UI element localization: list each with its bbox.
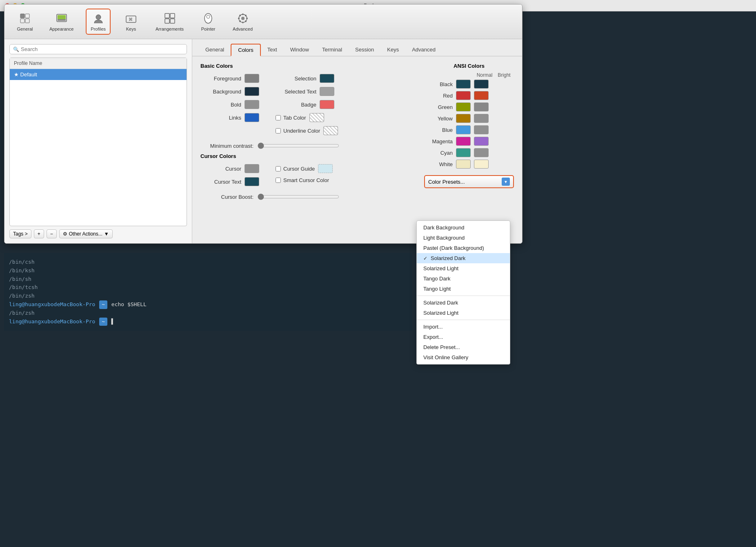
tab-advanced[interactable]: Advanced	[405, 43, 442, 56]
preset-delete[interactable]: Delete Preset...	[417, 342, 510, 352]
svg-rect-11	[170, 13, 175, 18]
tab-session[interactable]: Session	[349, 43, 380, 56]
term-line-0: /bin/csh	[9, 258, 407, 267]
preset-solarized-light-2[interactable]: Solarized Light	[417, 308, 510, 318]
ansi-cyan-bright[interactable]	[474, 148, 489, 157]
tags-button[interactable]: Tags >	[9, 229, 31, 238]
ansi-black-normal[interactable]	[456, 80, 471, 89]
basic-left-col: Foreground Background Bold	[200, 74, 259, 139]
svg-text:⌘: ⌘	[129, 17, 133, 22]
preset-solarized-light[interactable]: Solarized Light	[417, 263, 510, 274]
cursor-swatch[interactable]	[245, 164, 259, 173]
tab-color-checkbox[interactable]	[276, 115, 281, 120]
keys-icon: ⌘	[125, 12, 138, 25]
toolbar-item-pointer[interactable]: Pointer	[196, 9, 220, 34]
cursor-rows-container: Cursor Cursor Text	[200, 164, 412, 190]
ansi-yellow-normal[interactable]	[456, 114, 471, 123]
profile-item-default[interactable]: ★ Default	[10, 69, 187, 80]
toolbar-item-advanced[interactable]: Advanced	[229, 9, 257, 34]
badge-swatch[interactable]	[320, 100, 334, 109]
colors-left: Basic Colors Foreground Background	[200, 63, 412, 200]
selected-text-swatch[interactable]	[320, 87, 334, 96]
tab-text[interactable]: Text	[261, 43, 284, 56]
tab-keys[interactable]: Keys	[380, 43, 405, 56]
ansi-white-normal[interactable]	[456, 160, 471, 169]
selection-swatch[interactable]	[320, 74, 334, 83]
cursor-guide-swatch[interactable]	[318, 164, 333, 173]
cursor-guide-checkbox[interactable]	[276, 166, 281, 171]
underline-color-swatch[interactable]	[323, 126, 338, 135]
add-profile-button[interactable]: +	[34, 229, 44, 238]
ansi-cyan-normal[interactable]	[456, 148, 471, 157]
cursor-text-swatch[interactable]	[245, 177, 259, 186]
term-line-3: /bin/tcsh	[9, 283, 407, 292]
basic-colors-section: Basic Colors Foreground Background	[200, 63, 412, 149]
preset-tango-dark[interactable]: Tango Dark	[417, 274, 510, 284]
profile-list: Profile Name ★ Default	[9, 58, 187, 226]
arrangements-label: Arrangements	[156, 27, 184, 31]
toolbar-item-profiles[interactable]: Profiles	[86, 9, 111, 35]
svg-rect-1	[20, 19, 24, 23]
foreground-swatch[interactable]	[245, 74, 259, 83]
ansi-blue-normal[interactable]	[456, 125, 471, 134]
toolbar-item-keys[interactable]: ⌘ Keys	[119, 9, 143, 34]
preset-light-background[interactable]: Light Background	[417, 233, 510, 243]
preset-export[interactable]: Export...	[417, 332, 510, 342]
general-icon	[18, 12, 31, 25]
ansi-magenta-normal[interactable]	[456, 137, 471, 146]
ansi-blue-bright[interactable]	[474, 125, 489, 134]
links-swatch[interactable]	[245, 113, 259, 122]
selection-label: Selection	[276, 76, 316, 82]
preset-pastel-dark[interactable]: Pastel (Dark Background)	[417, 243, 510, 253]
preset-visit-gallery[interactable]: Visit Online Gallery	[417, 352, 510, 362]
ansi-row-cyan: Cyan	[424, 148, 514, 157]
search-input[interactable]	[21, 46, 183, 52]
preset-import[interactable]: Import...	[417, 322, 510, 332]
tab-color-swatch[interactable]	[309, 113, 324, 122]
bold-swatch[interactable]	[245, 100, 259, 109]
tab-colors[interactable]: Colors	[231, 44, 261, 56]
background-swatch[interactable]	[245, 87, 259, 96]
toolbar-item-general[interactable]: General	[13, 9, 37, 34]
ansi-black-bright[interactable]	[474, 80, 489, 89]
ansi-green-bright[interactable]	[474, 102, 489, 111]
preset-dark-background[interactable]: Dark Background	[417, 222, 510, 233]
tab-general[interactable]: General	[199, 43, 231, 56]
ansi-red-bright[interactable]	[474, 91, 489, 100]
search-box[interactable]: 🔍	[9, 44, 187, 54]
preset-tango-light[interactable]: Tango Light	[417, 284, 510, 294]
tab-terminal[interactable]: Terminal	[316, 43, 349, 56]
ansi-green-normal[interactable]	[456, 102, 471, 111]
term-prompt-0: ling@huangxubodeMacBook-Pro ~ echo $SHEL…	[9, 300, 407, 309]
presets-container: Color Presets... ▼	[424, 175, 514, 188]
dropdown-separator-1	[417, 296, 510, 296]
cursor-left-col: Cursor Cursor Text	[200, 164, 259, 190]
cursor-boost-slider[interactable]	[258, 193, 339, 200]
svg-point-17	[241, 17, 245, 20]
toolbar-item-arrangements[interactable]: Arrangements	[151, 9, 188, 34]
ansi-row-magenta: Magenta	[424, 137, 514, 146]
smart-cursor-checkbox[interactable]	[276, 178, 281, 183]
remove-profile-button[interactable]: −	[47, 229, 57, 238]
minimum-contrast-label: Minimum contrast:	[200, 143, 253, 149]
svg-rect-0	[20, 14, 24, 18]
color-presets-button[interactable]: Color Presets... ▼	[424, 175, 514, 188]
preset-solarized-dark[interactable]: Solarized Dark	[417, 253, 510, 263]
toolbar-item-appearance[interactable]: Appearance	[45, 9, 78, 34]
ansi-magenta-bright[interactable]	[474, 137, 489, 146]
svg-rect-2	[25, 14, 29, 18]
tab-window[interactable]: Window	[284, 43, 316, 56]
ansi-yellow-bright[interactable]	[474, 114, 489, 123]
foreground-label: Foreground	[200, 76, 241, 82]
pointer-icon	[202, 12, 215, 25]
underline-color-checkbox[interactable]	[276, 128, 281, 133]
smart-cursor-label: Smart Cursor Color	[276, 177, 329, 183]
minimum-contrast-slider[interactable]	[258, 142, 339, 149]
preset-solarized-dark-2[interactable]: Solarized Dark	[417, 298, 510, 308]
cursor-colors-section: Cursor Colors Cursor Cursor Text	[200, 153, 412, 200]
other-actions-button[interactable]: ⚙ Other Actions... ▼	[59, 229, 113, 238]
ansi-red-normal[interactable]	[456, 91, 471, 100]
ansi-white-bright[interactable]	[474, 160, 489, 169]
ansi-normal-header: Normal	[476, 72, 493, 78]
ansi-header-row: Normal Bright	[424, 72, 514, 78]
